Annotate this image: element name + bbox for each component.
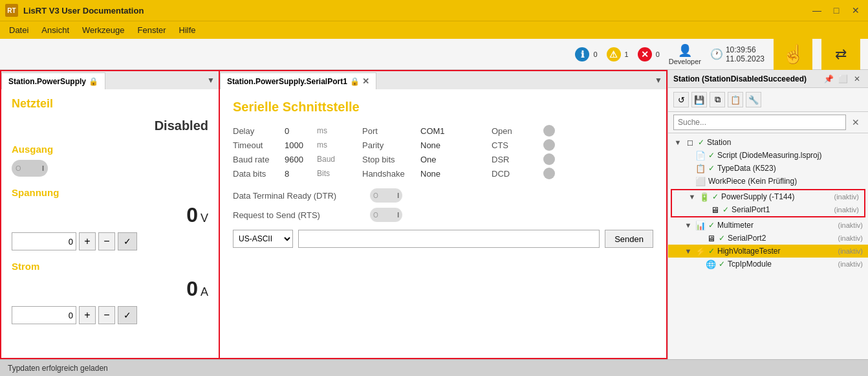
timeout-unit: ms [317, 140, 343, 149]
netzteil-heading: Netzteil [12, 97, 208, 111]
tree-item-script[interactable]: ▶ 📄 ✓ Script (DiodeMeasuring.lsproj) [668, 149, 868, 162]
handshake-value: None [420, 169, 472, 179]
handshake-label: Handshake [362, 169, 420, 179]
tree-item-highvoltage[interactable]: ▼ ⚡ ✓ HighVoltageTester (inaktiv) [668, 245, 868, 258]
swap-button[interactable]: ⇄ [821, 39, 860, 70]
user-block[interactable]: 👤 Developer [669, 43, 701, 65]
date-value: 11.05.2023 [726, 54, 765, 63]
err-group[interactable]: ✕ 0 [638, 47, 660, 61]
delay-value: 0 [285, 126, 317, 136]
rp-close-btn[interactable]: ✕ [851, 73, 863, 85]
dsr-dot [543, 153, 555, 165]
rts-toggle-i: I [397, 212, 399, 219]
close-button[interactable]: ✕ [849, 5, 863, 16]
cts-label: CTS [492, 140, 543, 150]
expand-multimeter[interactable]: ▼ [684, 221, 693, 230]
menu-datei[interactable]: Datei [3, 23, 35, 38]
tree-item-station[interactable]: ▼ □ ✓ Station [668, 136, 868, 149]
timeout-value: 1000 [285, 140, 317, 150]
databits-label: Data bits [233, 169, 285, 179]
tree-item-powersupply[interactable]: ▼ 🔋 ✓ PowerSupply (-T144) (inaktiv) [672, 190, 864, 203]
dtr-row: Data Terminal Ready (DTR) O I [233, 188, 653, 203]
rt-copy-btn[interactable]: ⧉ [710, 92, 725, 107]
middle-tab-label: Station.PowerSupply.SerialPort1 [227, 77, 347, 86]
minimize-button[interactable]: — [810, 5, 824, 16]
dcd-label: DCD [492, 169, 543, 179]
powersupply-icon: 🔋 [699, 192, 710, 202]
menu-werkzeuge[interactable]: Werkzeuge [76, 23, 131, 38]
info-icon: ℹ [575, 47, 589, 61]
tcpip-label: TcpIpModule [728, 260, 772, 269]
rp-float-btn[interactable]: ⬜ [837, 73, 849, 85]
spannung-label: Spannung [12, 187, 208, 198]
right-toolbar: ↺ 💾 ⧉ 📋 🔧 [668, 88, 868, 112]
strom-input[interactable] [12, 306, 76, 324]
netzteil-content: Netzteil Disabled Ausgang O I Spannung 0… [1, 89, 219, 358]
station-icon: □ [685, 137, 695, 148]
powersupply-status: (inaktiv) [834, 193, 859, 201]
tree-item-serialport2[interactable]: ▶ 🖥 ✓ SerialPort2 (inaktiv) [668, 232, 868, 245]
middle-tab-serialport[interactable]: Station.PowerSupply.SerialPort1 🔒 ✕ [220, 72, 376, 89]
spannung-check[interactable]: ✓ [118, 232, 137, 250]
spannung-plus[interactable]: + [79, 232, 96, 250]
menu-hilfe[interactable]: Hilfe [173, 23, 202, 38]
tree-item-multimeter[interactable]: ▼ 📊 ✓ Multimeter (inaktiv) [668, 219, 868, 232]
parity-label: Parity [362, 140, 420, 150]
right-panel-header: Station (StationDisabledSucceeded) 📌 ⬜ ✕ [668, 70, 868, 88]
rt-paste-btn[interactable]: 📋 [728, 92, 743, 107]
encoding-select[interactable]: US-ASCII UTF-8 ISO-8859-1 [233, 230, 293, 248]
expand-powersupply[interactable]: ▼ [688, 192, 697, 201]
rts-toggle[interactable]: O I [370, 208, 402, 222]
multimeter-status: (inaktiv) [838, 221, 863, 229]
status-message: Typdaten erfolgreich geladen [8, 364, 108, 373]
tree-item-typedata[interactable]: ▶ 📋 ✓ TypeData (K523) [668, 162, 868, 175]
strom-minus[interactable]: − [98, 306, 115, 324]
rt-refresh-btn[interactable]: ↺ [673, 92, 689, 107]
rt-save-btn[interactable]: 💾 [691, 92, 707, 107]
tree-item-tcpip[interactable]: ▶ 🌐 ✓ TcpIpModule (inaktiv) [668, 258, 868, 271]
toolbar: ℹ 0 ⚠ 1 ✕ 0 👤 Developer 🕐 10:39:56 11.05… [0, 39, 868, 70]
left-panel: Station.PowerSupply 🔒 ▼ Netzteil Disable… [0, 70, 220, 359]
time-block: 🕐 10:39:56 11.05.2023 [710, 45, 765, 63]
search-clear-btn[interactable]: ✕ [849, 115, 863, 129]
station-label: Station [707, 138, 731, 147]
maximize-button[interactable]: □ [829, 5, 843, 16]
timeout-label: Timeout [233, 140, 285, 150]
serialport1-icon: 🖥 [710, 205, 720, 215]
info-group[interactable]: ℹ 0 [575, 47, 597, 61]
left-tab-label: Station.PowerSupply [8, 77, 86, 86]
menu-fenster[interactable]: Fenster [131, 23, 173, 38]
search-row: ✕ [668, 112, 868, 133]
rts-label: Request to Send (RTS) [233, 210, 362, 220]
expand-station[interactable]: ▼ [673, 138, 682, 147]
strom-plus[interactable]: + [79, 306, 96, 324]
toolbar-right: ℹ 0 ⚠ 1 ✕ 0 👤 Developer 🕐 10:39:56 11.05… [575, 39, 860, 70]
menu-ansicht[interactable]: Ansicht [35, 23, 76, 38]
search-input[interactable] [673, 115, 846, 130]
strom-check[interactable]: ✓ [118, 306, 137, 324]
middle-tab-dropdown[interactable]: ▼ [651, 76, 666, 85]
databits-value: 8 [285, 169, 317, 179]
left-tab-powersupply[interactable]: Station.PowerSupply 🔒 [1, 72, 105, 89]
warn-group[interactable]: ⚠ 1 [607, 47, 629, 61]
left-tab-dropdown[interactable]: ▼ [203, 76, 219, 85]
middle-tabs: Station.PowerSupply.SerialPort1 🔒 ✕ ▼ [220, 71, 666, 89]
spannung-input[interactable] [12, 232, 76, 250]
ausgang-toggle[interactable]: O I [12, 160, 48, 177]
rt-settings-btn[interactable]: 🔧 [746, 92, 761, 107]
tree-item-serialport1[interactable]: ▶ 🖥 ✓ SerialPort1 (inaktiv) [672, 203, 864, 216]
send-button[interactable]: Senden [605, 230, 653, 248]
dtr-toggle[interactable]: O I [370, 188, 402, 203]
title-bar-left: RT LisRT V3 User Documentation [5, 4, 144, 17]
spannung-minus[interactable]: − [98, 232, 115, 250]
lock-icon-left: 🔒 [89, 77, 98, 86]
rp-pin-btn[interactable]: 📌 [823, 73, 834, 85]
tcpip-status: (inaktiv) [838, 260, 863, 268]
send-input[interactable] [298, 230, 600, 248]
tab-close-btn[interactable]: ✕ [362, 76, 369, 86]
tree-item-workpiece[interactable]: ▶ ⬜ WorkPiece (Kein Prüfling) [668, 175, 868, 188]
expand-highvoltage[interactable]: ▼ [684, 247, 693, 256]
touch-button[interactable]: ☝ [774, 39, 812, 70]
spannung-value-row: 0 V [12, 203, 208, 227]
window-controls: — □ ✕ [810, 5, 863, 16]
